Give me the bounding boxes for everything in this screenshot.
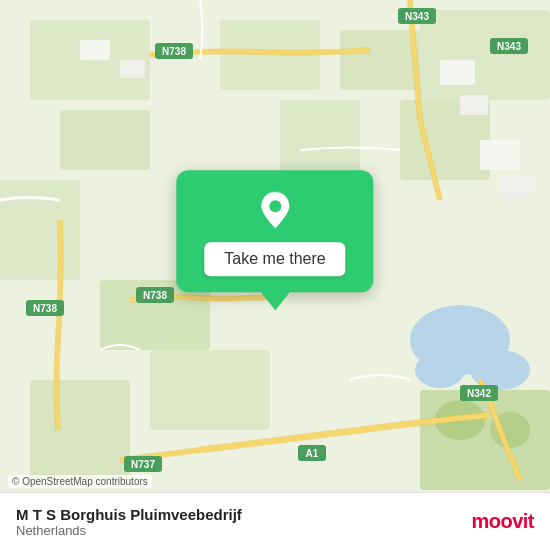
- place-info: M T S Borghuis Pluimveebedrijf Netherlan…: [16, 506, 242, 538]
- svg-text:A1: A1: [306, 448, 319, 459]
- svg-rect-10: [280, 100, 360, 170]
- svg-text:N738: N738: [33, 303, 57, 314]
- location-pin-icon: [253, 188, 297, 232]
- svg-text:N738: N738: [162, 46, 186, 57]
- svg-text:N343: N343: [497, 41, 521, 52]
- moovit-logo: moovit: [471, 510, 534, 533]
- svg-rect-12: [30, 380, 130, 480]
- svg-point-42: [269, 200, 281, 212]
- svg-rect-4: [0, 180, 80, 280]
- place-name: M T S Borghuis Pluimveebedrijf: [16, 506, 242, 523]
- svg-rect-7: [340, 30, 420, 90]
- map-container[interactable]: N738 N343 N343 N738 N738 N342 A1 N737: [0, 0, 550, 492]
- svg-rect-14: [120, 60, 145, 78]
- osm-attribution: © OpenStreetMap contributors: [8, 475, 152, 488]
- svg-rect-22: [420, 390, 550, 490]
- svg-rect-18: [500, 175, 530, 197]
- svg-text:N738: N738: [143, 290, 167, 301]
- svg-text:N343: N343: [405, 11, 429, 22]
- popup-card: Take me there: [176, 170, 373, 292]
- svg-text:N342: N342: [467, 388, 491, 399]
- svg-rect-11: [150, 350, 270, 430]
- moovit-logo-text: moovit: [471, 510, 534, 533]
- svg-rect-13: [80, 40, 110, 60]
- svg-rect-17: [480, 140, 520, 170]
- take-me-there-button[interactable]: Take me there: [204, 242, 345, 276]
- place-country: Netherlands: [16, 523, 242, 538]
- svg-text:N737: N737: [131, 459, 155, 470]
- bottom-bar: M T S Borghuis Pluimveebedrijf Netherlan…: [0, 492, 550, 550]
- svg-rect-16: [460, 95, 488, 115]
- svg-rect-3: [60, 110, 150, 170]
- svg-rect-15: [440, 60, 475, 85]
- app: N738 N343 N343 N738 N738 N342 A1 N737: [0, 0, 550, 550]
- svg-rect-8: [420, 10, 550, 100]
- svg-point-21: [415, 352, 465, 388]
